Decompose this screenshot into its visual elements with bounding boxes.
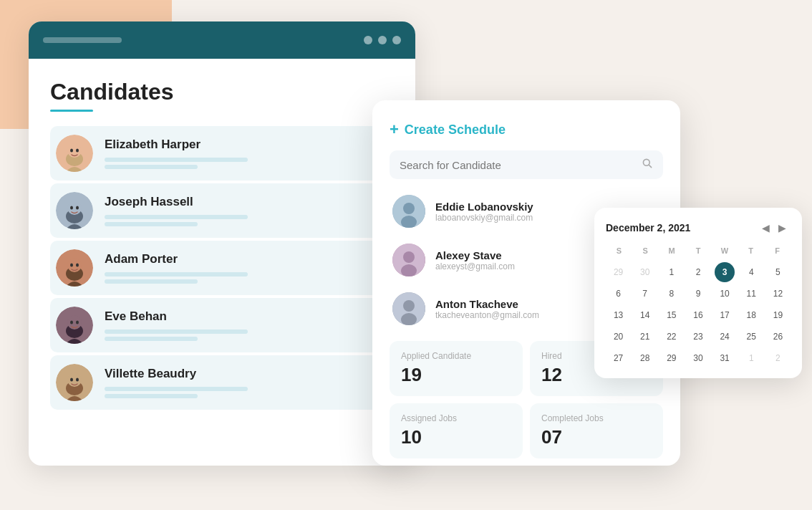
search-email-anton: tkacheveanton@gmail.com: [435, 310, 539, 320]
titlebar-bar: [43, 37, 122, 43]
calendar-day[interactable]: 11: [741, 284, 761, 304]
calendar-weekday: W: [711, 244, 738, 258]
candidate-bars-joseph: [105, 215, 388, 226]
calendar-weekdays: SSMTWTF: [606, 244, 791, 258]
calendar-day[interactable]: 7: [635, 284, 655, 304]
candidates-window: Candidates Elizabeth Harper: [29, 21, 415, 466]
calendar-weekday: S: [606, 244, 632, 258]
candidate-item-elizabeth[interactable]: Elizabeth Harper: [50, 126, 394, 181]
candidate-item-joseph[interactable]: Joseph Hassell: [50, 183, 394, 238]
calendar-weekday: F: [764, 244, 791, 258]
calendar-day[interactable]: 24: [715, 327, 735, 347]
calendar-day[interactable]: 30: [688, 348, 708, 368]
search-info-anton: Anton Tkacheve tkacheveanton@gmail.com: [435, 298, 539, 320]
search-icon: [642, 158, 653, 172]
candidate-bar-long-elizabeth: [105, 158, 248, 162]
calendar-day[interactable]: 8: [662, 284, 682, 304]
titlebar-dot-3: [392, 36, 401, 44]
calendar-weekday: T: [685, 244, 712, 258]
search-email-eddie: laboanovskiy@gmail.com: [435, 213, 533, 223]
calendar-day[interactable]: 4: [741, 262, 761, 282]
candidate-info-joseph: Joseph Hassell: [105, 195, 388, 226]
create-schedule-button[interactable]: + Create Schedule: [390, 120, 663, 139]
candidate-name-villette: Villette Beaudry: [105, 367, 388, 381]
calendar-weekday: M: [659, 244, 685, 258]
stat-value-applied: 19: [401, 364, 511, 386]
calendar-day[interactable]: 18: [741, 305, 761, 325]
calendar-day[interactable]: 1: [741, 348, 761, 368]
calendar-card: December 2, 2021 ◀ ▶ SSMTWTF 29301234567…: [594, 208, 802, 378]
calendar-day[interactable]: 30: [635, 262, 655, 282]
calendar-day[interactable]: 29: [609, 262, 629, 282]
calendar-day[interactable]: 12: [768, 284, 788, 304]
calendar-day[interactable]: 2: [768, 348, 788, 368]
calendar-day[interactable]: 22: [662, 327, 682, 347]
candidate-name-adam: Adam Porter: [105, 252, 388, 266]
svg-point-24: [76, 378, 79, 382]
calendar-day[interactable]: 6: [609, 284, 629, 304]
svg-point-9: [76, 206, 79, 210]
calendar-day[interactable]: 20: [609, 327, 629, 347]
search-name-anton: Anton Tkacheve: [435, 298, 539, 310]
candidate-info-villette: Villette Beaudry: [105, 367, 388, 398]
stat-value-completed: 07: [541, 426, 652, 448]
calendar-day[interactable]: 21: [635, 327, 655, 347]
calendar-day[interactable]: 17: [715, 305, 735, 325]
calendar-day[interactable]: 28: [635, 348, 655, 368]
candidate-bar-short-adam: [105, 279, 198, 284]
calendar-day[interactable]: 29: [662, 348, 682, 368]
calendar-day[interactable]: 19: [768, 305, 788, 325]
calendar-day[interactable]: 10: [715, 284, 735, 304]
page-title: Candidates: [50, 79, 394, 105]
calendar-day[interactable]: 16: [688, 305, 708, 325]
plus-icon: +: [390, 120, 399, 139]
candidate-name-elizabeth: Elizabeth Harper: [105, 138, 388, 152]
svg-point-13: [70, 264, 73, 267]
svg-line-26: [649, 165, 652, 168]
candidate-item-eve[interactable]: Eve Behan: [50, 298, 394, 352]
search-info-eddie: Eddie Lobanovskiy laboanovskiy@gmail.com: [435, 201, 533, 223]
calendar-day[interactable]: 5: [768, 262, 788, 282]
candidate-bars-elizabeth: [105, 158, 388, 169]
calendar-day[interactable]: 15: [662, 305, 682, 325]
stat-value-assigned: 10: [401, 426, 511, 448]
svg-point-4: [76, 149, 79, 153]
svg-point-3: [70, 149, 73, 153]
svg-point-14: [76, 264, 79, 267]
calendar-next-button[interactable]: ▶: [774, 221, 791, 235]
candidate-bars-villette: [105, 387, 388, 398]
stat-label-completed: Completed Jobs: [541, 413, 652, 423]
calendar-header: December 2, 2021 ◀ ▶: [606, 221, 791, 235]
calendar-weekday: T: [738, 244, 764, 258]
stat-label-applied: Applied Candidate: [401, 351, 511, 361]
calendar-today[interactable]: 3: [715, 262, 735, 282]
calendar-day[interactable]: 13: [609, 305, 629, 325]
search-avatar-anton: [392, 292, 425, 325]
calendar-day[interactable]: 27: [609, 348, 629, 368]
candidate-item-villette[interactable]: Villette Beaudry: [50, 355, 394, 410]
search-box: [390, 150, 663, 179]
candidate-bar-short-villette: [105, 394, 198, 398]
search-name-alexey: Alexey Stave: [435, 249, 515, 261]
svg-point-23: [70, 378, 73, 382]
calendar-prev-button[interactable]: ◀: [758, 221, 774, 235]
search-info-alexey: Alexey Stave alexeyst@gmail.com: [435, 249, 515, 271]
calendar-day[interactable]: 25: [741, 327, 761, 347]
calendar-day[interactable]: 14: [635, 305, 655, 325]
candidate-bar-long-eve: [105, 329, 248, 334]
candidate-bars-eve: [105, 329, 388, 341]
calendar-day[interactable]: 1: [662, 262, 682, 282]
candidates-content: Candidates Elizabeth Harper: [29, 59, 415, 430]
stat-card-assigned: Assigned Jobs 10: [390, 403, 523, 458]
candidate-avatar-eve: [56, 307, 93, 344]
candidate-item-adam[interactable]: Adam Porter: [50, 241, 394, 295]
candidate-avatar-joseph: [56, 192, 93, 229]
calendar-day[interactable]: 9: [688, 284, 708, 304]
calendar-day[interactable]: 2: [688, 262, 708, 282]
calendar-day[interactable]: 23: [688, 327, 708, 347]
calendar-day[interactable]: 26: [768, 327, 788, 347]
calendar-month-label: December 2, 2021: [606, 222, 758, 234]
search-input[interactable]: [400, 159, 634, 171]
calendar-day[interactable]: 31: [715, 348, 735, 368]
candidate-avatar-elizabeth: [56, 135, 93, 172]
